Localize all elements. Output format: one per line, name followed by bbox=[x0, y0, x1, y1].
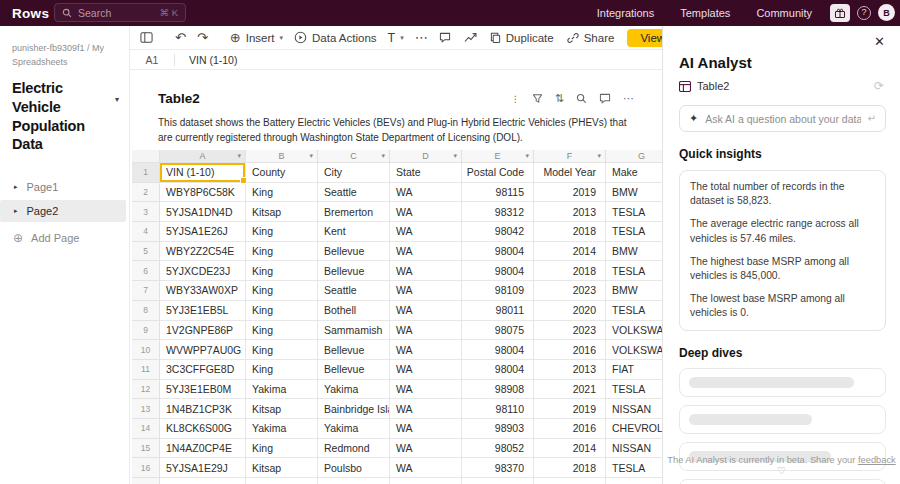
breadcrumb[interactable]: punisher-fb9309f1 / My Spreadsheets bbox=[12, 42, 117, 70]
cell-A6[interactable]: 5YJXCDE23J bbox=[160, 261, 246, 281]
sidebar-page-item[interactable]: ▸ Page2 bbox=[0, 200, 126, 222]
cell-D9[interactable]: WA bbox=[390, 321, 462, 341]
toggle-sidebar-button[interactable] bbox=[140, 31, 153, 44]
cell-A14[interactable]: KL8CK6S00G bbox=[160, 419, 246, 439]
rows-logo[interactable]: Rows bbox=[12, 6, 49, 21]
cell-C8[interactable]: Bothell bbox=[318, 301, 390, 321]
search-input[interactable] bbox=[78, 7, 154, 19]
cell-C3[interactable]: Bremerton bbox=[318, 202, 390, 222]
cell-E9[interactable]: 98075 bbox=[462, 321, 534, 341]
cell-E12[interactable]: 98908 bbox=[462, 380, 534, 400]
row-number-12[interactable]: 12 bbox=[132, 380, 160, 400]
cell-A8[interactable]: 5YJ3E1EB5L bbox=[160, 301, 246, 321]
column-header-B[interactable]: B▾ bbox=[246, 150, 318, 163]
cell-B15[interactable]: King bbox=[246, 439, 318, 459]
cell-G9[interactable]: VOLKSWAGEN bbox=[606, 321, 662, 341]
topbar-nav-item[interactable]: Community bbox=[756, 7, 812, 19]
search-table-button[interactable] bbox=[576, 93, 587, 104]
cell-E7[interactable]: 98109 bbox=[462, 281, 534, 301]
column-header-G[interactable]: G▾ bbox=[606, 150, 662, 163]
row-number-10[interactable]: 10 bbox=[132, 340, 160, 360]
column-dropdown-icon[interactable]: ▾ bbox=[453, 152, 457, 160]
cell-C12[interactable]: Yakima bbox=[318, 380, 390, 400]
row-number-5[interactable]: 5 bbox=[132, 242, 160, 262]
row-number-14[interactable]: 14 bbox=[132, 419, 160, 439]
cell-F14[interactable]: 2016 bbox=[534, 419, 606, 439]
column-dropdown-icon[interactable]: ▾ bbox=[597, 152, 601, 160]
cell-F3[interactable]: 2013 bbox=[534, 202, 606, 222]
sidebar-page-item[interactable]: ▸ Page1 bbox=[0, 176, 126, 198]
comment-button[interactable] bbox=[439, 32, 451, 43]
cell-B12[interactable]: Yakima bbox=[246, 380, 318, 400]
deep-dive-card[interactable] bbox=[679, 368, 886, 397]
cell-D8[interactable]: WA bbox=[390, 301, 462, 321]
cell-B6[interactable]: King bbox=[246, 261, 318, 281]
cell-A12[interactable]: 5YJ3E1EB0M bbox=[160, 380, 246, 400]
cell-D6[interactable]: WA bbox=[390, 261, 462, 281]
cell-B7[interactable]: King bbox=[246, 281, 318, 301]
topbar-nav-item[interactable]: Integrations bbox=[597, 7, 654, 19]
insights-button[interactable] bbox=[464, 32, 477, 43]
cell-F4[interactable]: 2018 bbox=[534, 222, 606, 242]
cell-B13[interactable]: Kitsap bbox=[246, 399, 318, 419]
sort-icon[interactable]: ⇅ bbox=[555, 92, 564, 105]
column-dropdown-icon[interactable]: ▾ bbox=[237, 152, 241, 160]
cell-E16[interactable]: 98370 bbox=[462, 458, 534, 478]
cell-B3[interactable]: Kitsap bbox=[246, 202, 318, 222]
cell-D12[interactable]: WA bbox=[390, 380, 462, 400]
cell-F6[interactable]: 2018 bbox=[534, 261, 606, 281]
cell-D16[interactable]: WA bbox=[390, 458, 462, 478]
cell-G16[interactable]: TESLA bbox=[606, 458, 662, 478]
cell-E17[interactable] bbox=[462, 478, 534, 484]
cell-E8[interactable]: 98011 bbox=[462, 301, 534, 321]
cell-B10[interactable]: King bbox=[246, 340, 318, 360]
column-header-D[interactable]: D▾ bbox=[390, 150, 462, 163]
cell-F12[interactable]: 2021 bbox=[534, 380, 606, 400]
cell-A4[interactable]: 5YJSA1E26J bbox=[160, 222, 246, 242]
cell-C6[interactable]: Bellevue bbox=[318, 261, 390, 281]
cell-D7[interactable]: WA bbox=[390, 281, 462, 301]
user-avatar[interactable]: B bbox=[878, 4, 895, 21]
cell-G4[interactable]: TESLA bbox=[606, 222, 662, 242]
row-number-13[interactable]: 13 bbox=[132, 399, 160, 419]
cell-D11[interactable]: WA bbox=[390, 360, 462, 380]
cell-D4[interactable]: WA bbox=[390, 222, 462, 242]
cell-E15[interactable]: 98052 bbox=[462, 439, 534, 459]
cell-B8[interactable]: King bbox=[246, 301, 318, 321]
cell-D1[interactable]: State bbox=[390, 163, 462, 183]
cell-B11[interactable]: King bbox=[246, 360, 318, 380]
redo-button[interactable]: ↷ bbox=[197, 30, 208, 45]
cell-E4[interactable]: 98042 bbox=[462, 222, 534, 242]
cell-F8[interactable]: 2020 bbox=[534, 301, 606, 321]
ai-question-input[interactable] bbox=[705, 113, 860, 125]
cell-C4[interactable]: Kent bbox=[318, 222, 390, 242]
cell-B5[interactable]: King bbox=[246, 242, 318, 262]
cell-C7[interactable]: Seattle bbox=[318, 281, 390, 301]
cell-E10[interactable]: 98004 bbox=[462, 340, 534, 360]
cell-C10[interactable]: Bellevue bbox=[318, 340, 390, 360]
cell-G8[interactable]: TESLA bbox=[606, 301, 662, 321]
cell-A3[interactable]: 5YJSA1DN4D bbox=[160, 202, 246, 222]
cell-E3[interactable]: 98312 bbox=[462, 202, 534, 222]
insert-button[interactable]: ⊕ Insert ▾ bbox=[230, 30, 283, 45]
row-number-7[interactable]: 7 bbox=[132, 281, 160, 301]
column-header-A[interactable]: A▾ bbox=[160, 150, 246, 163]
cell-A17[interactable] bbox=[160, 478, 246, 484]
cell-D14[interactable]: WA bbox=[390, 419, 462, 439]
column-header-C[interactable]: C▾ bbox=[318, 150, 390, 163]
drag-handle-icon[interactable]: ⋮ bbox=[511, 94, 520, 104]
column-header-F[interactable]: F▾ bbox=[534, 150, 606, 163]
cell-G10[interactable]: VOLKSWAGEN bbox=[606, 340, 662, 360]
cell-F5[interactable]: 2014 bbox=[534, 242, 606, 262]
cell-B14[interactable]: Yakima bbox=[246, 419, 318, 439]
cell-B4[interactable]: King bbox=[246, 222, 318, 242]
undo-button[interactable]: ↶ bbox=[175, 30, 186, 45]
deep-dive-card[interactable] bbox=[679, 405, 886, 434]
row-number-11[interactable]: 11 bbox=[132, 360, 160, 380]
formula-input[interactable]: VIN (1-10) bbox=[175, 54, 237, 66]
cell-C11[interactable]: Bellevue bbox=[318, 360, 390, 380]
cell-F16[interactable]: 2018 bbox=[534, 458, 606, 478]
cell-G14[interactable]: CHEVROLET bbox=[606, 419, 662, 439]
cell-A16[interactable]: 5YJSA1E29J bbox=[160, 458, 246, 478]
cell-E14[interactable]: 98903 bbox=[462, 419, 534, 439]
